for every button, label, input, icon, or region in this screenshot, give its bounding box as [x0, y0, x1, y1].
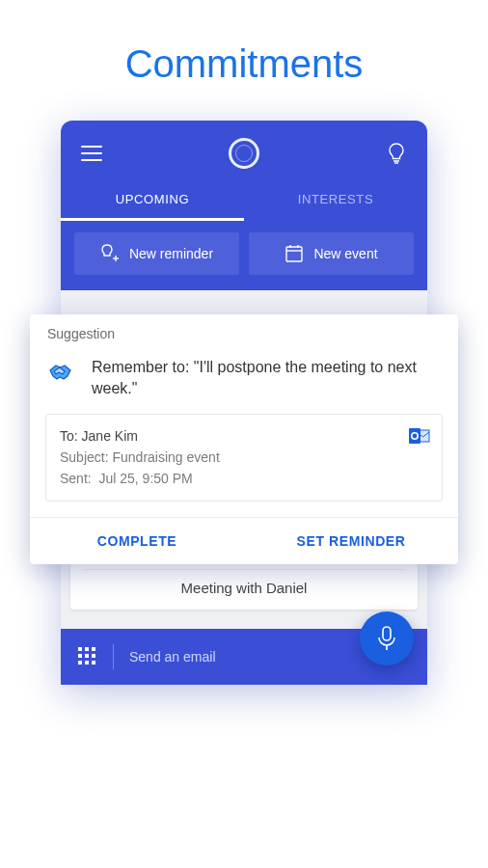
svg-rect-21 [383, 627, 391, 640]
handshake-icon [47, 357, 78, 388]
tab-bar: UPCOMING INTERESTS [61, 180, 427, 221]
app-top-bar [61, 121, 427, 180]
lightbulb-icon[interactable] [385, 142, 408, 165]
new-event-button[interactable]: New event [249, 232, 414, 275]
svg-rect-7 [286, 247, 302, 261]
svg-rect-24 [409, 428, 420, 444]
apps-grid-icon[interactable] [78, 647, 97, 666]
mic-icon [376, 625, 397, 652]
new-event-label: New event [313, 246, 377, 261]
tab-upcoming[interactable]: UPCOMING [61, 180, 244, 221]
set-reminder-button[interactable]: SET REMINDER [244, 518, 458, 564]
email-to-line: To: Jane Kim [60, 426, 428, 448]
calendar-event-title: Meeting with Daniel [84, 580, 404, 596]
suggestion-text: Remember to: "I'll postpone the meeting … [92, 357, 441, 398]
hamburger-menu-icon[interactable] [80, 142, 103, 165]
mic-button[interactable] [360, 611, 414, 665]
outlook-icon [409, 426, 430, 446]
suggestion-actions: COMPLETE SET REMINDER [30, 517, 458, 564]
complete-button[interactable]: COMPLETE [30, 518, 244, 564]
quick-actions-row: New reminder New event [61, 221, 427, 290]
cortana-logo-icon[interactable] [229, 138, 259, 169]
new-reminder-label: New reminder [129, 246, 213, 261]
new-reminder-button[interactable]: New reminder [74, 232, 239, 275]
suggestion-card: Suggestion Remember to: "I'll postpone t… [30, 314, 458, 564]
calendar-plus-icon [285, 244, 304, 263]
tab-interests[interactable]: INTERESTS [244, 180, 427, 221]
email-preview[interactable]: To: Jane Kim Subject: Fundraising event … [45, 414, 443, 502]
bottom-bar: Send an email [61, 629, 427, 685]
reminder-plus-icon [100, 244, 120, 263]
email-sent-line: Sent: Jul 25, 9:50 PM [60, 469, 428, 490]
page-title: Commitments [0, 0, 488, 121]
divider [113, 644, 114, 669]
email-subject-line: Subject: Fundraising event [60, 448, 428, 469]
suggestion-header: Suggestion [30, 314, 458, 347]
